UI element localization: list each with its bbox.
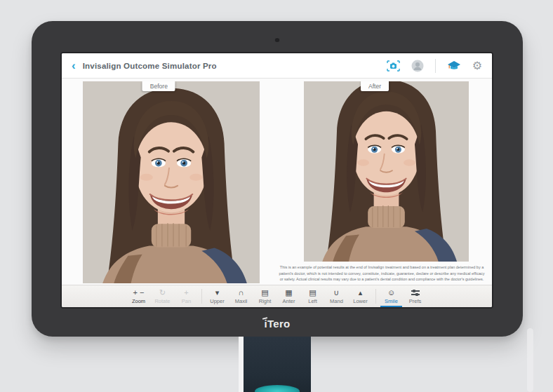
app-screen: ‹ Invisalign Outcome Simulator Pro	[62, 53, 492, 307]
bottom-toolbar: + − Zoom ↻ Rotate + Pan ▾ Upper ∩ Maxil …	[62, 285, 492, 307]
device-front-camera	[275, 37, 280, 42]
tool-zoom[interactable]: + − Zoom	[130, 288, 147, 307]
tool-rotate[interactable]: ↻ Rotate	[154, 288, 171, 307]
toolbar-divider	[375, 289, 376, 304]
smile-face-icon: ☺	[387, 288, 395, 297]
right-view-icon: ▤	[261, 288, 268, 297]
simulation-content: Before After This is an example of poten…	[62, 79, 492, 285]
toolbar-divider	[201, 289, 202, 304]
rotate-icon: ↻	[159, 288, 166, 297]
tool-smile[interactable]: ☺ Smile	[382, 288, 400, 307]
tool-left[interactable]: ▤ Left	[304, 288, 321, 307]
after-label: After	[361, 81, 389, 91]
header-divider	[435, 59, 436, 73]
preferences-sliders-icon	[411, 288, 420, 297]
tool-mand[interactable]: ∪ Mand	[328, 288, 345, 307]
settings-gear-icon[interactable]: ⚙	[472, 60, 482, 72]
anterior-view-icon: ▦	[285, 288, 292, 297]
zoom-icon: + −	[133, 288, 145, 297]
tool-pan[interactable]: + Pan	[178, 288, 195, 307]
tool-upper[interactable]: ▾ Upper	[208, 288, 226, 307]
mandibular-arch-icon: ∪	[333, 288, 339, 297]
maxillary-arch-icon: ∩	[239, 288, 244, 297]
app-header: ‹ Invisalign Outcome Simulator Pro	[62, 53, 492, 79]
stand-teal-light	[255, 385, 300, 392]
tool-lower[interactable]: ▴ Lower	[352, 288, 369, 307]
results-disclaimer: This is an example of potential results …	[278, 264, 486, 283]
snapshot-camera-icon[interactable]	[387, 60, 400, 72]
learning-center-graduation-cap-icon[interactable]	[447, 60, 461, 72]
tool-prefs[interactable]: Prefs	[406, 288, 424, 307]
back-chevron-icon[interactable]: ‹	[72, 60, 76, 72]
after-photo[interactable]: After	[304, 81, 469, 262]
page-title: Invisalign Outcome Simulator Pro	[83, 62, 217, 70]
itero-brand-logo: iTero	[32, 318, 523, 330]
user-avatar-icon[interactable]	[411, 60, 424, 72]
lower-view-icon: ▴	[359, 288, 363, 297]
before-label: Before	[142, 81, 175, 91]
tool-right[interactable]: ▤ Right	[256, 288, 274, 307]
power-cable	[527, 328, 533, 392]
itero-device-frame: ‹ Invisalign Outcome Simulator Pro	[32, 21, 523, 337]
left-view-icon: ▤	[309, 288, 316, 297]
header-actions: ⚙	[387, 59, 482, 73]
upper-view-icon: ▾	[215, 288, 220, 297]
tool-anter[interactable]: ▦ Anter	[280, 288, 298, 307]
before-portrait-image	[83, 81, 260, 283]
stand-edge-highlight	[239, 337, 244, 392]
before-photo[interactable]: Before	[83, 81, 260, 283]
pan-icon: +	[184, 288, 188, 297]
after-portrait-image	[304, 81, 469, 262]
stand-column	[244, 337, 311, 392]
tool-maxil[interactable]: ∩ Maxil	[232, 288, 250, 307]
